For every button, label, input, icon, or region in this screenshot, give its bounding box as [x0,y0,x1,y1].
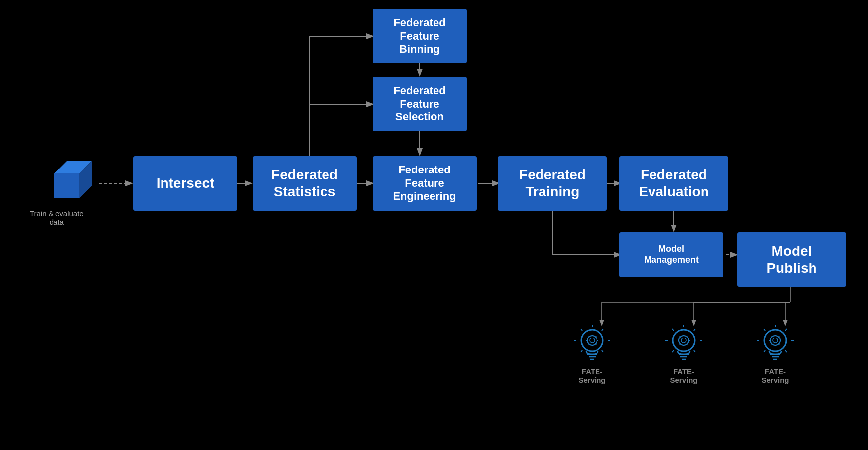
node-model-management: ModelManagement [619,232,723,277]
svg-line-35 [581,350,582,352]
serving-node-1: FATE-Serving [572,325,612,384]
svg-point-46 [673,330,695,351]
node-federated-feature-binning: FederatedFeatureBinning [373,9,467,63]
data-cube-label: Train & evaluate data [30,209,84,226]
node-intersect: Intersect [133,156,237,211]
node-model-publish: ModelPublish [737,232,846,287]
svg-line-72 [785,329,787,331]
svg-line-30 [602,329,603,331]
svg-line-77 [764,350,765,352]
node-federated-evaluation: FederatedEvaluation [619,156,728,211]
serving-node-2: FATE-Serving [664,325,704,384]
svg-point-67 [764,330,786,351]
svg-point-37 [590,338,595,343]
svg-line-74 [785,350,787,352]
svg-line-53 [694,350,695,352]
node-federated-feature-engineering: FederatedFeatureEngineering [373,156,477,211]
svg-line-54 [672,329,674,331]
svg-line-33 [581,329,582,331]
svg-point-58 [681,338,686,343]
svg-line-51 [694,329,695,331]
arrows-svg [0,0,868,450]
svg-point-25 [581,330,603,351]
svg-point-79 [773,338,778,343]
svg-line-32 [602,350,603,352]
diagram: Train & evaluate data Intersect Federate… [0,0,868,450]
svg-line-56 [672,350,674,352]
node-federated-feature-selection: FederatedFeatureSelection [373,77,467,131]
data-cube [47,154,97,203]
node-federated-training: FederatedTraining [498,156,607,211]
node-federated-statistics: FederatedStatistics [253,156,357,211]
svg-line-75 [764,329,765,331]
svg-marker-22 [54,173,79,198]
serving-node-3: FATE-Serving [756,325,795,384]
